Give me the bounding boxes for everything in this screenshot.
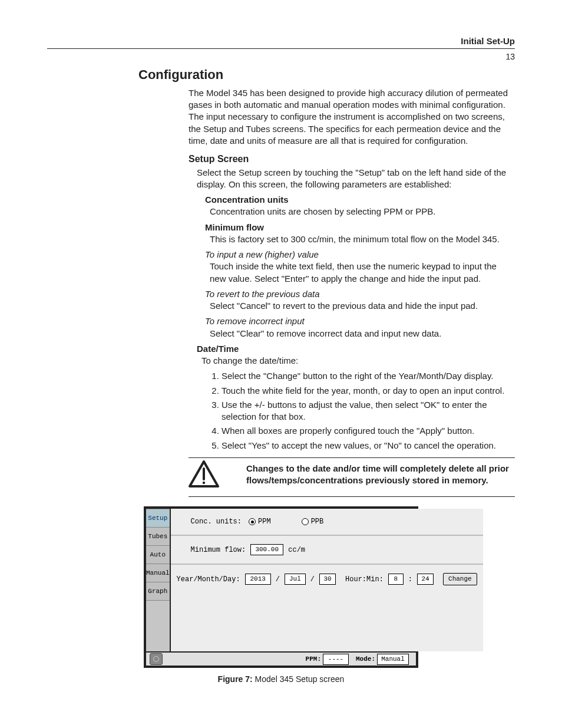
radio-ppb[interactable]: PPB: [302, 517, 324, 526]
warning-rule-top: [189, 457, 515, 458]
min-flow-input-new-head: To input a new (higher) value: [205, 249, 509, 261]
minute-input[interactable]: 24: [417, 574, 434, 585]
min-flow-block: Minimum flow This is factory set to 300 …: [205, 222, 509, 340]
row-date-time: Year/Month/Day: 2013/ Jul/ 30 Hour:Min: …: [171, 565, 483, 627]
step-2: Touch the white field for the year, mont…: [222, 385, 509, 397]
date-label: Year/Month/Day:: [177, 575, 240, 584]
min-flow-remove-body: Select "Clear" to remove incorrect data …: [210, 328, 509, 340]
min-flow-revert-body: Select "Cancel" to revert to the previou…: [210, 300, 509, 312]
hour-input[interactable]: 8: [388, 574, 404, 585]
status-ppm-value: ----: [323, 654, 349, 665]
radio-ppm-label: PPM: [258, 517, 271, 526]
slash-2: /: [310, 575, 315, 584]
status-mode-label: Mode:: [356, 655, 375, 664]
tab-manual[interactable]: Manual: [146, 564, 170, 582]
warning-row: Changes to the date and/or time will com…: [189, 460, 515, 490]
date-time-block: Date/Time To change the date/time: Selec…: [197, 343, 509, 452]
page: Initial Set-Up 13 Configuration The Mode…: [0, 0, 562, 728]
time-label: Hour:Min:: [345, 575, 384, 584]
figure-caption: Figure 7: Model 345 Setup screen: [47, 674, 515, 685]
min-flow-label: Minimum flow:: [191, 545, 246, 555]
status-mode-value: Manual: [377, 654, 409, 665]
row-conc-units: Conc. units: PPM PPB: [171, 509, 483, 536]
section-label: Initial Set-Up: [47, 35, 515, 47]
conc-units-title: Concentration units: [205, 194, 509, 206]
min-flow-input-new-body: Touch inside the white text field, then …: [210, 261, 509, 285]
tab-auto[interactable]: Auto: [146, 546, 170, 564]
min-flow-input[interactable]: 300.00: [250, 544, 283, 555]
date-time-steps: Select the "Change" button to the right …: [211, 370, 509, 452]
min-flow-unit: cc/m: [288, 545, 305, 555]
status-ppm: PPM: ----: [306, 654, 349, 665]
row-min-flow: Minimum flow: 300.00 cc/m: [171, 536, 483, 565]
status-mode: Mode: Manual: [356, 654, 409, 665]
device-screen: Setup Tubes Auto Manual Graph Conc. unit…: [144, 506, 418, 668]
tab-blank: [146, 601, 170, 651]
intro-paragraph: The Model 345 has been designed to provi…: [189, 87, 509, 147]
page-number: 13: [47, 51, 515, 62]
tab-graph[interactable]: Graph: [146, 582, 170, 601]
figure-text: Model 345 Setup screen: [253, 674, 345, 684]
slash-1: /: [276, 575, 280, 584]
tab-tubes[interactable]: Tubes: [146, 528, 170, 546]
conc-units-block: Concentration units Concentration units …: [205, 194, 509, 218]
conc-units-body: Concentration units are chosen by select…: [210, 206, 509, 218]
figure-label: Figure 7:: [218, 674, 253, 684]
power-icon[interactable]: [150, 653, 163, 665]
colon: :: [408, 575, 412, 584]
setup-screen-heading: Setup Screen: [189, 153, 509, 166]
conc-units-label: Conc. units:: [191, 517, 242, 526]
min-flow-title: Minimum flow: [205, 222, 509, 233]
header-rule: [47, 48, 515, 49]
status-bar: PPM: ---- Mode: Manual: [146, 651, 416, 666]
month-input[interactable]: Jul: [285, 574, 306, 585]
day-input[interactable]: 30: [319, 574, 336, 585]
step-4: When all boxes are properly configured t…: [222, 425, 509, 437]
date-time-title: Date/Time: [197, 343, 509, 355]
step-3: Use the +/- buttons to adjust the value,…: [222, 399, 509, 423]
setup-screen-lead: Select the Setup screen by touching the …: [197, 167, 509, 191]
step-5: Select "Yes" to accept the new values, o…: [222, 440, 509, 452]
min-flow-body: This is factory set to 300 cc/min, the m…: [210, 233, 509, 245]
warning-text: Changes to the date and/or time will com…: [230, 463, 515, 487]
change-button[interactable]: Change: [443, 573, 477, 585]
tab-setup[interactable]: Setup: [146, 509, 170, 528]
warning-icon: [189, 460, 219, 490]
body-column: The Model 345 has been designed to provi…: [189, 87, 509, 452]
svg-point-2: [203, 482, 205, 484]
min-flow-remove-head: To remove incorrect input: [205, 315, 509, 327]
step-1: Select the "Change" button to the right …: [222, 370, 509, 382]
status-ppm-label: PPM:: [306, 655, 321, 664]
radio-ppm[interactable]: PPM: [249, 517, 271, 526]
warning-rule-bottom: [189, 496, 515, 497]
page-title: Configuration: [138, 66, 515, 84]
year-input[interactable]: 2013: [245, 574, 271, 585]
date-time-lead: To change the date/time:: [201, 355, 509, 367]
min-flow-revert-head: To revert to the previous data: [205, 288, 509, 300]
tab-strip: Setup Tubes Auto Manual Graph: [146, 509, 171, 651]
radio-ppb-label: PPB: [311, 517, 324, 526]
setup-panel: Conc. units: PPM PPB Minimum flow: 300.0…: [171, 509, 483, 651]
